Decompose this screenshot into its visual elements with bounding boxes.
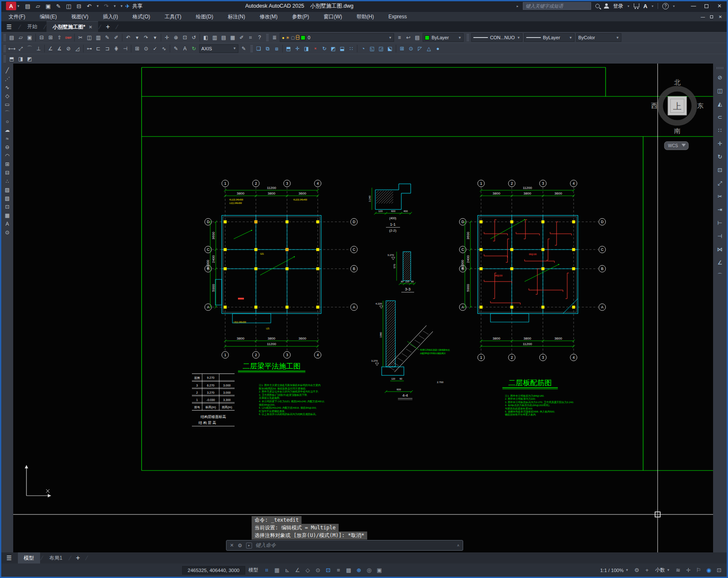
rotate-icon[interactable]: ↻ (715, 150, 725, 163)
doc-restore-button[interactable] (710, 15, 713, 18)
help-icon[interactable]: ? (255, 33, 264, 42)
model-space-canvas[interactable]: 11223344DDCCBBAA380038003600112003800380… (13, 64, 713, 552)
sign-in-button[interactable]: 登录 (613, 3, 624, 10)
layer-states-icon[interactable]: ▤ (413, 33, 422, 42)
search-expand-arrow-icon[interactable]: ▸ (517, 4, 519, 8)
save-icon[interactable]: ▣ (44, 3, 52, 9)
tab-document[interactable]: 小别墅施工图* ✕ (46, 21, 98, 32)
plot-preview-icon[interactable]: ⊞ (46, 33, 55, 42)
tab-layout1[interactable]: 布局1 (43, 552, 68, 563)
object-snap-tracking-toggle[interactable]: ⊙ (313, 566, 323, 575)
menu-item-11[interactable]: 窗口(W) (316, 13, 349, 20)
space-label[interactable]: 模型 (249, 567, 258, 573)
layer-previous-icon[interactable]: ↩ (404, 33, 413, 42)
tab-start[interactable]: 开始 (21, 21, 43, 32)
search-input[interactable]: 键入关键字或短语 (523, 2, 591, 10)
dimension-style-manager-icon[interactable]: ✎ (239, 44, 248, 53)
selection-filter-icon[interactable]: ≋ (673, 566, 683, 575)
markup-import-icon[interactable]: ✐ (112, 33, 121, 42)
user-icon[interactable] (604, 3, 609, 9)
menu-item-8[interactable]: 标注(N) (220, 13, 252, 20)
offset-icon[interactable]: ⊂ (715, 110, 725, 124)
stretch-icon[interactable]: ⤢ (715, 177, 725, 190)
workspace-switching-icon[interactable]: ⚙ (632, 566, 642, 575)
layer-viewport-icon[interactable]: ▢ (291, 35, 295, 40)
paste-icon[interactable]: ▥ (94, 33, 103, 42)
extend-icon[interactable]: ⇥ (715, 203, 725, 216)
menu-item-13[interactable]: Express (381, 14, 414, 20)
chamfer-edge-icon[interactable]: ◱ (368, 44, 377, 53)
command-expand-icon[interactable]: ˄ (457, 543, 459, 548)
store-cart-icon[interactable] (634, 3, 639, 7)
erase-icon[interactable]: ⊘ (715, 71, 725, 84)
help-icon[interactable]: ? (662, 3, 669, 9)
polar-tracking-toggle[interactable]: ∠ (293, 566, 303, 575)
toolbar-grip[interactable] (467, 34, 469, 41)
save-as-icon[interactable]: ✎ (55, 3, 62, 9)
revision-cloud-icon[interactable]: ☁ (3, 126, 12, 134)
dimension-update-icon[interactable]: ↻ (189, 44, 198, 53)
construction-line-icon[interactable]: ⋰ (3, 75, 12, 83)
zoom-previous-icon[interactable]: ↺ (189, 33, 198, 42)
toolbar-grip[interactable] (716, 67, 723, 69)
redo-icon[interactable]: ↷ (102, 3, 110, 9)
scale-icon[interactable]: ⊡ (715, 163, 725, 177)
plot-icon[interactable]: ⊟ (75, 3, 83, 9)
units-button[interactable]: 小数▼ (652, 566, 673, 575)
toolbar-grip[interactable] (3, 34, 6, 41)
copy-icon[interactable]: ◫ (715, 84, 725, 97)
tab-close-icon[interactable]: ✕ (89, 25, 92, 29)
zoom-realtime-icon[interactable]: ⊕ (171, 33, 180, 42)
dimension-text-edit-icon[interactable]: A (180, 44, 189, 53)
customize-qat-icon[interactable]: ▾ (119, 4, 124, 8)
cone-icon[interactable]: △ (424, 44, 433, 53)
lineweight-display-toggle[interactable]: ≡ (334, 566, 344, 575)
angular-3pt-icon[interactable]: ∡ (55, 44, 64, 53)
undo-icon[interactable]: ↶ (124, 33, 133, 42)
materials-browser-icon[interactable]: ◩ (25, 55, 34, 63)
autodesk-arrow-icon[interactable]: ▾ (652, 4, 653, 8)
line-icon[interactable]: ╱ (3, 66, 12, 75)
multiline-text-icon[interactable]: A (3, 220, 12, 228)
polyline-icon[interactable]: ∿ (3, 83, 12, 92)
menu-item-7[interactable]: 绘图(D) (189, 13, 220, 20)
radius-dimension-icon[interactable]: ◿ (73, 44, 82, 53)
slice-icon[interactable]: ⬕ (386, 44, 394, 53)
join-icon[interactable]: ⋈ (715, 243, 725, 256)
dimension-inspect-icon[interactable]: ✓ (151, 44, 160, 53)
toolbar-grip[interactable] (3, 45, 6, 52)
menu-item-4[interactable]: 插入(I) (96, 13, 125, 20)
menu-item-6[interactable]: 工具(T) (157, 13, 189, 20)
chevron-down-icon[interactable]: ▼ (458, 36, 461, 40)
color-dropdown[interactable]: ByLayer▼ (423, 33, 464, 42)
close-button[interactable]: ✕ (715, 3, 724, 9)
annotation-scale-button[interactable]: 1:1 / 100%▼ (597, 566, 632, 575)
menu-item-2[interactable]: 编辑(E) (32, 13, 64, 20)
polygon-icon[interactable]: ◇ (3, 92, 12, 100)
tool-palettes-icon[interactable]: ▤ (219, 33, 228, 42)
chevron-down-icon[interactable]: ▼ (233, 46, 236, 50)
visual-styles-icon[interactable]: ⬒ (7, 55, 16, 63)
tab-model[interactable]: 模型 (18, 552, 40, 563)
ordinate-dimension-icon[interactable]: ⊥ (34, 44, 43, 53)
doc-close-button[interactable]: ✕ (717, 15, 723, 19)
dimension-style-dropdown[interactable]: AXIS▼ (199, 44, 238, 53)
gradient-icon[interactable]: ▧ (3, 194, 12, 203)
baseline-dimension-icon[interactable]: ⊏ (94, 44, 103, 53)
lineweight-dropdown[interactable]: ByLayer▼ (524, 33, 574, 42)
table-icon[interactable]: ▦ (3, 211, 12, 220)
break-at-point-icon[interactable]: ⊢ (715, 216, 725, 229)
chevron-down-icon[interactable]: ▼ (569, 36, 572, 40)
new-layout-button[interactable]: + (76, 554, 80, 562)
sweep-icon[interactable]: ◩ (329, 44, 338, 53)
command-customize-icon[interactable]: ⚙ (238, 543, 242, 549)
command-recent-icon[interactable]: ▸ (246, 543, 252, 549)
chevron-down-icon[interactable]: ▼ (389, 36, 392, 40)
design-center-icon[interactable]: ▥ (210, 33, 219, 42)
app-logo-icon[interactable]: A (6, 2, 16, 10)
sheet-set-manager-icon[interactable]: ▦ (228, 33, 237, 42)
menu-item-3[interactable]: 视图(V) (64, 13, 96, 20)
cylinder-icon[interactable]: ⊙ (406, 44, 415, 53)
ortho-mode-toggle[interactable]: ⊾ (282, 566, 293, 575)
union-icon[interactable]: ❏ (254, 44, 263, 53)
